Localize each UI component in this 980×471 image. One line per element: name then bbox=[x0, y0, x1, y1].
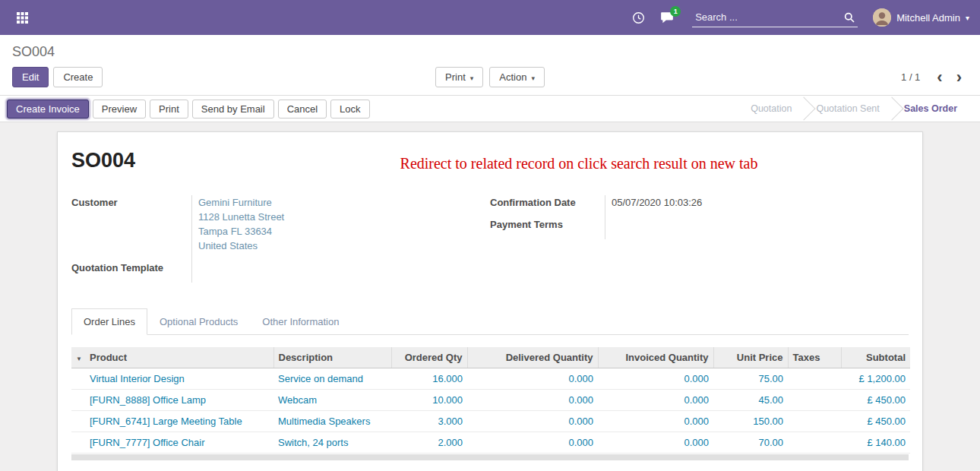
form-view: SO004 Redirect to related record on clic… bbox=[0, 122, 980, 471]
pager-counter: 1 / 1 bbox=[901, 71, 920, 83]
preview-button[interactable]: Preview bbox=[93, 100, 146, 119]
send-by-email-button[interactable]: Send by Email bbox=[192, 100, 274, 119]
table-row[interactable]: Virtual Interior Design Service on deman… bbox=[71, 368, 910, 390]
action-menu-button[interactable]: Action▾ bbox=[489, 67, 545, 87]
notebook-tabs: Order Lines Optional Products Other Info… bbox=[71, 308, 909, 335]
statusbar: Create Invoice Preview Print Send by Ema… bbox=[0, 95, 980, 122]
apps-menu-icon[interactable] bbox=[11, 6, 33, 29]
create-invoice-button[interactable]: Create Invoice bbox=[7, 100, 89, 119]
horizontal-scrollbar[interactable] bbox=[71, 454, 909, 460]
col-product[interactable]: Product bbox=[85, 347, 273, 368]
create-button[interactable]: Create bbox=[53, 67, 103, 87]
col-invoiced-quantity[interactable]: Invoiced Quantity bbox=[598, 347, 713, 368]
quotation-template-field: Quotation Template bbox=[71, 261, 490, 283]
cell-description: Webcam bbox=[273, 390, 391, 411]
messages-icon[interactable]: 1 bbox=[660, 11, 674, 24]
print-menu-button[interactable]: Print▾ bbox=[435, 67, 483, 87]
col-description[interactable]: Description bbox=[273, 347, 391, 368]
customer-city: Tampa FL 33634 bbox=[198, 224, 490, 239]
table-row[interactable]: [FURN_8888] Office Lamp Webcam 10.000 0.… bbox=[71, 390, 910, 411]
cell-delivered-qty: 0.000 bbox=[467, 411, 598, 432]
search-icon[interactable] bbox=[844, 12, 855, 25]
customer-label: Customer bbox=[71, 195, 192, 261]
cell-delivered-qty: 0.000 bbox=[467, 368, 598, 390]
cell-invoiced-qty: 0.000 bbox=[598, 432, 713, 454]
cell-unit-price: 70.00 bbox=[713, 432, 788, 454]
record-title: SO004 bbox=[71, 149, 135, 172]
cell-product: [FURN_8888] Office Lamp bbox=[85, 390, 273, 411]
cancel-button[interactable]: Cancel bbox=[278, 100, 327, 119]
payment-terms-label: Payment Terms bbox=[490, 217, 605, 239]
col-subtotal[interactable]: Subtotal bbox=[841, 347, 910, 368]
payment-terms-value[interactable] bbox=[605, 217, 909, 239]
cell-taxes bbox=[788, 368, 841, 390]
chevron-down-icon: ▾ bbox=[966, 14, 969, 22]
pager-previous-button[interactable]: ‹ bbox=[931, 69, 948, 86]
customer-field: Customer Gemini Furniture 1128 Lunetta S… bbox=[71, 195, 490, 261]
confirmation-date-field: Confirmation Date 05/07/2020 10:03:26 bbox=[490, 195, 909, 217]
cell-ordered-qty: 3.000 bbox=[391, 411, 467, 432]
annotation-text: Redirect to related record on click sear… bbox=[135, 149, 909, 172]
cell-subtotal: £ 450.00 bbox=[841, 411, 910, 432]
chevron-down-icon: ▾ bbox=[531, 74, 535, 82]
user-menu[interactable]: Mitchell Admin ▾ bbox=[873, 8, 969, 27]
print-button[interactable]: Print bbox=[150, 100, 188, 119]
cell-description: Service on demand bbox=[273, 368, 391, 390]
cell-product: [FURN_6741] Large Meeting Table bbox=[85, 411, 273, 432]
activities-clock-icon[interactable] bbox=[632, 11, 645, 24]
cell-taxes bbox=[788, 432, 841, 454]
action-menu-label: Action bbox=[499, 71, 526, 83]
cell-subtotal: £ 450.00 bbox=[841, 390, 910, 411]
col-delivered-quantity[interactable]: Delivered Quantity bbox=[467, 347, 598, 368]
cell-product: [FURN_7777] Office Chair bbox=[85, 432, 273, 454]
sort-caret-cell[interactable]: ▼ bbox=[71, 347, 85, 368]
edit-button[interactable]: Edit bbox=[12, 67, 49, 87]
quotation-template-value[interactable] bbox=[192, 261, 490, 283]
tab-optional-products[interactable]: Optional Products bbox=[147, 308, 250, 335]
control-panel: Edit Create Print▾ Action▾ 1 / 1 ‹ › bbox=[0, 60, 980, 95]
cell-ordered-qty: 16.000 bbox=[391, 368, 467, 390]
cell-invoiced-qty: 0.000 bbox=[598, 368, 713, 390]
navbar-search bbox=[692, 8, 858, 27]
cell-invoiced-qty: 0.000 bbox=[598, 390, 713, 411]
user-name: Mitchell Admin bbox=[896, 12, 960, 24]
cell-invoiced-qty: 0.000 bbox=[598, 411, 713, 432]
pager-next-button[interactable]: › bbox=[950, 69, 968, 86]
breadcrumb[interactable]: SO004 bbox=[12, 44, 55, 59]
cell-unit-price: 75.00 bbox=[713, 368, 788, 390]
grid-icon bbox=[17, 12, 28, 24]
tab-other-information[interactable]: Other Information bbox=[250, 308, 351, 335]
customer-name[interactable]: Gemini Furniture bbox=[198, 195, 490, 210]
sheet: SO004 Redirect to related record on clic… bbox=[57, 131, 923, 471]
cell-unit-price: 45.00 bbox=[713, 390, 788, 411]
top-navbar: 1 Mitchell Admin ▾ bbox=[0, 0, 980, 35]
customer-value[interactable]: Gemini Furniture 1128 Lunetta Street Tam… bbox=[192, 195, 490, 261]
search-input[interactable] bbox=[692, 8, 858, 27]
col-ordered-qty[interactable]: Ordered Qty bbox=[391, 347, 467, 368]
tab-order-lines[interactable]: Order Lines bbox=[71, 308, 147, 335]
cell-ordered-qty: 2.000 bbox=[391, 432, 467, 454]
col-unit-price[interactable]: Unit Price bbox=[713, 347, 788, 368]
col-taxes[interactable]: Taxes bbox=[788, 347, 841, 368]
payment-terms-field: Payment Terms bbox=[490, 217, 909, 239]
chevron-down-icon: ▾ bbox=[470, 74, 474, 82]
lock-button[interactable]: Lock bbox=[330, 100, 369, 119]
table-header-row: ▼ Product Description Ordered Qty Delive… bbox=[71, 347, 910, 368]
messages-count-badge: 1 bbox=[670, 6, 681, 17]
cell-subtotal: £ 140.00 bbox=[841, 432, 910, 454]
cell-ordered-qty: 10.000 bbox=[391, 390, 467, 411]
cell-delivered-qty: 0.000 bbox=[467, 432, 598, 454]
customer-country: United States bbox=[198, 239, 490, 253]
breadcrumb-row: SO004 bbox=[0, 35, 980, 60]
order-lines-table: ▼ Product Description Ordered Qty Delive… bbox=[71, 347, 910, 454]
right-field-group: Confirmation Date 05/07/2020 10:03:26 Pa… bbox=[490, 195, 909, 283]
cell-taxes bbox=[788, 411, 841, 432]
table-row[interactable]: [FURN_7777] Office Chair Switch, 24 port… bbox=[71, 432, 910, 454]
confirmation-date-label: Confirmation Date bbox=[490, 195, 605, 217]
customer-street: 1128 Lunetta Street bbox=[198, 210, 490, 224]
cell-delivered-qty: 0.000 bbox=[467, 390, 598, 411]
cell-product: Virtual Interior Design bbox=[85, 368, 273, 390]
cell-taxes bbox=[788, 390, 841, 411]
cell-unit-price: 150.00 bbox=[713, 411, 788, 432]
table-row[interactable]: [FURN_6741] Large Meeting Table Multimed… bbox=[71, 411, 910, 432]
